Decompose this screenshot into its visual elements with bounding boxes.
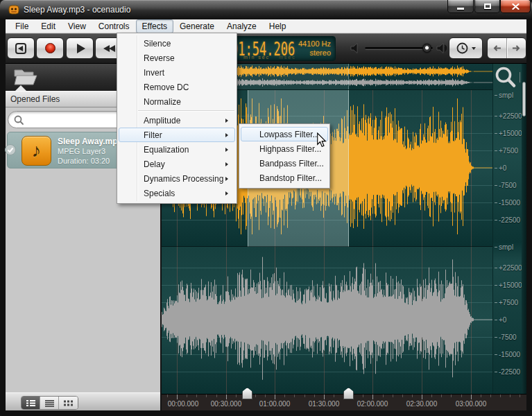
timeline-label-00-30-000: 00:30.000 (205, 400, 247, 408)
menu-item-remove-dc[interactable]: Remove DC (119, 80, 235, 94)
panel-notch (15, 85, 26, 91)
menu-item-reverse[interactable]: Reverse (119, 51, 235, 65)
close-button[interactable] (500, 0, 531, 13)
menu-item-invert[interactable]: Invert (119, 65, 235, 80)
timeline-label-03-00-000: 03:00.000 (450, 400, 492, 408)
play-button[interactable] (66, 37, 94, 59)
time-units-minsec: min sec (243, 55, 270, 60)
scale-tick-ch2-15000: +15000 (495, 281, 522, 289)
view-mode-buttons (21, 396, 78, 410)
timeline-minor-tick (393, 395, 393, 397)
maximize-button[interactable] (474, 0, 500, 13)
record-button[interactable] (36, 37, 64, 59)
timeline-label-01-00-000: 01:00.000 (254, 400, 295, 408)
skip-to-start-button[interactable] (7, 37, 35, 59)
menu-item-normalize[interactable]: Normalize (119, 94, 235, 109)
scrollbar-thumb[interactable] (522, 82, 526, 116)
scale-tick-ch2-15000: -15000 (495, 350, 520, 358)
menubar-item-analyze[interactable]: Analyze (221, 19, 263, 33)
timeline-label-02-30-000: 02:30.000 (401, 400, 443, 408)
menu-item-dynamics-processing[interactable]: Dynamics Processing (119, 171, 235, 186)
timeline-minor-tick (304, 395, 305, 397)
timeline-minor-tick (490, 395, 491, 397)
timeline-minor-tick (481, 395, 481, 397)
file-duration: Duration: 03:20 (58, 157, 110, 165)
view-list-button[interactable] (40, 397, 59, 409)
menubar-item-effects[interactable]: Effects (136, 19, 173, 33)
scale-tick-ch2-22500: +22500 (495, 263, 522, 272)
music-note-icon: ♪ (32, 140, 42, 162)
titlebar[interactable]: Sleep Away.mp3 - ocenaudio (0, 0, 532, 19)
menu-item-delay[interactable]: Delay (119, 157, 235, 171)
timeline-minor-tick (412, 395, 413, 397)
minimize-icon (457, 8, 464, 10)
submenu-arrow-icon (225, 177, 228, 181)
timeline-major-tick (372, 395, 373, 399)
timeline-label-02-00-000: 02:00.000 (352, 400, 393, 408)
scale-unit-label-ch2: smpl (495, 243, 513, 251)
timeline-minor-tick (461, 395, 462, 397)
submenu-item-lowpass-filter[interactable]: Lowpass Filter... (241, 127, 328, 141)
timeline-minor-tick (167, 395, 168, 397)
folder-icon[interactable] (12, 67, 39, 87)
channel-mode-label: stereo (298, 49, 331, 58)
view-list-icon (45, 399, 54, 407)
timeline-minor-tick (520, 395, 520, 397)
time-format-button[interactable] (449, 37, 483, 59)
menubar-item-view[interactable]: View (62, 19, 92, 33)
menubar-item-file[interactable]: File (9, 19, 35, 33)
app-icon (8, 4, 19, 15)
navigate-forward-button[interactable] (507, 44, 526, 52)
scale-tick-ch1-7500: +7500 (495, 146, 518, 155)
submenu-arrow-icon (225, 148, 228, 152)
timeline-major-tick (275, 395, 275, 399)
arrow-left-icon (492, 44, 501, 52)
speaker-low-icon (350, 42, 361, 54)
timeline-minor-tick (265, 395, 266, 397)
menubar-item-edit[interactable]: Edit (35, 19, 62, 33)
menubar-item-controls[interactable]: Controls (92, 19, 136, 33)
menu-item-filter[interactable]: Filter (119, 128, 235, 142)
timeline-major-tick (422, 395, 422, 399)
scale-tick-ch1-15000: +15000 (495, 129, 522, 137)
volume-slider-knob[interactable] (422, 44, 431, 53)
timeline-minor-tick (383, 395, 384, 397)
submenu-item-bandstop-filter[interactable]: Bandstop Filter... (241, 171, 328, 185)
scale-tick-ch1-0: +0 (495, 164, 506, 172)
timeline-minor-tick (196, 395, 197, 397)
menu-item-specials[interactable]: Specials (119, 186, 235, 200)
menu-item-amplitude[interactable]: Amplitude (119, 113, 235, 128)
waveform-channel-2-canvas[interactable] (162, 247, 492, 394)
menubar-item-generate[interactable]: Generate (173, 19, 221, 33)
view-grid-button[interactable] (59, 397, 78, 409)
format-info: 44100 Hz stereo (298, 40, 331, 58)
menu-item-equalization[interactable]: Equalization (119, 142, 235, 157)
scale-unit-label-ch1: smpl (495, 91, 513, 99)
navigate-back-button[interactable] (488, 44, 506, 52)
view-details-icon (26, 399, 35, 407)
rewind-icon (103, 45, 115, 52)
screenshot-stage: Sleep Away.mp3 - ocenaudio FileEditViewC… (0, 0, 532, 416)
submenu-arrow-icon (225, 119, 228, 123)
scale-tick-ch2-22500: -22500 (495, 367, 520, 376)
submenu-item-bandpass-filter[interactable]: Bandpass Filter... (241, 156, 328, 171)
timeline-minor-tick (255, 395, 256, 397)
check-icon (4, 144, 17, 156)
timeline-minor-tick (284, 395, 285, 397)
timeline-minor-tick (363, 395, 363, 397)
audio-file-tile: ♪ (22, 136, 51, 166)
view-details-button[interactable] (22, 397, 40, 409)
timeline-minor-tick (500, 395, 501, 397)
menubar-item-help[interactable]: Help (263, 19, 293, 33)
clock-icon (456, 42, 468, 54)
time-units-msec: msec (279, 55, 296, 60)
menu-item-silence[interactable]: Silence (119, 36, 235, 51)
vertical-scrollbar[interactable] (522, 64, 526, 394)
view-grid-icon (64, 399, 73, 407)
timeline-minor-tick (236, 395, 237, 397)
app-window: Sleep Away.mp3 - ocenaudio FileEditViewC… (0, 0, 532, 416)
minimize-button[interactable] (447, 0, 474, 13)
submenu-item-highpass-filter[interactable]: Highpass Filter... (241, 141, 328, 156)
timeline-minor-tick (431, 395, 432, 397)
magnifier-icon[interactable] (493, 65, 520, 92)
